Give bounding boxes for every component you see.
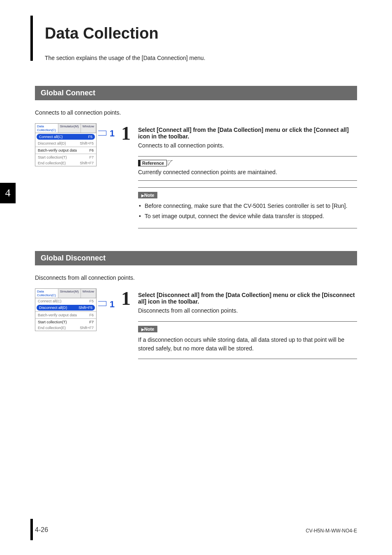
step-title: Select [Disconnect all] from the [Data C… (138, 292, 357, 305)
menu-screenshot-connect: Data Collection(C) Simulator(M) Window C… (35, 123, 97, 166)
page-title: Data Collection (45, 25, 357, 42)
page-curl-icon (168, 160, 173, 166)
menu-item-connect-all: Connect all(C) F5 (37, 134, 95, 140)
page-number: 4-26 (35, 526, 48, 534)
step-number: 1 (121, 124, 131, 143)
menu-tab: Window (81, 289, 96, 298)
menu-item-disconnect-all: Disconnect all(D) Shift+F5 (35, 140, 96, 146)
section-global-disconnect: Global Disconnect Disconnects from all c… (35, 251, 357, 359)
callout-bracket (98, 131, 106, 136)
menu-tab: Simulator(M) (58, 124, 81, 133)
menu-tab: Data Collection(C) (35, 124, 58, 133)
note-list: Before connecting, make sure that the CV… (138, 202, 357, 221)
section-heading: Global Connect (35, 86, 357, 100)
callout-number: 1 (110, 299, 115, 310)
section-global-connect: Global Connect Connects to all connectio… (35, 86, 357, 228)
menu-item-end-collection: End collection(E) Shift+F7 (35, 160, 96, 166)
page-intro: The section explains the usage of the [D… (45, 55, 357, 61)
reference-block: Reference Currently connected connection… (138, 156, 357, 181)
reference-label: Reference (138, 160, 167, 166)
page-footer: 4-26 CV-H5N-M-WW-NO4-E (35, 526, 357, 534)
note-label: Note (138, 326, 157, 332)
note-text: If a disconnection occurs while storing … (138, 336, 357, 353)
section-desc: Disconnects from all connection points. (35, 274, 357, 281)
menu-screenshot-disconnect: Data Collection(C) Simulator(M) Window C… (35, 288, 97, 331)
step-title: Select [Connect all] from the [Data Coll… (138, 127, 357, 140)
menu-item-disconnect-all: Disconnect all(D) Shift+F5 (37, 305, 95, 311)
section-heading: Global Disconnect (35, 251, 357, 265)
menu-tab: Window (81, 124, 96, 133)
menu-item-start-collection: Start collection(T) F7 (35, 154, 96, 160)
note-label: Note (138, 192, 157, 198)
footer-rule-decoration (30, 519, 33, 540)
menu-item-batch-verify: Batch-verify output data F6 (35, 147, 96, 153)
section-desc: Connects to all connection points. (35, 109, 357, 116)
doc-code: CV-H5N-M-WW-NO4-E (306, 528, 357, 534)
menu-tab: Simulator(M) (58, 289, 81, 298)
note-block: Note Before connecting, make sure that t… (138, 187, 357, 228)
note-item: To set image output, connect the device … (138, 212, 357, 221)
note-block: Note If a disconnection occurs while sto… (138, 321, 357, 359)
step-number: 1 (121, 289, 131, 308)
menu-item-connect-all: Connect all(C) F5 (35, 298, 96, 304)
step-desc: Connects to all connection points. (138, 142, 357, 149)
menu-item-batch-verify: Batch-verify output data F6 (35, 312, 96, 318)
menu-item-start-collection: Start collection(T) F7 (35, 319, 96, 325)
callout-bracket (98, 301, 106, 306)
menu-item-end-collection: End collection(E) Shift+F7 (35, 325, 96, 331)
callout-number: 1 (110, 128, 115, 139)
reference-text: Currently connected connection points ar… (138, 169, 357, 175)
step-desc: Disconnects from all connection points. (138, 307, 357, 314)
note-item: Before connecting, make sure that the CV… (138, 202, 357, 210)
menu-tabs: Data Collection(C) Simulator(M) Window (35, 289, 96, 298)
menu-tab: Data Collection(C) (35, 289, 58, 298)
menu-tabs: Data Collection(C) Simulator(M) Window (35, 124, 96, 133)
